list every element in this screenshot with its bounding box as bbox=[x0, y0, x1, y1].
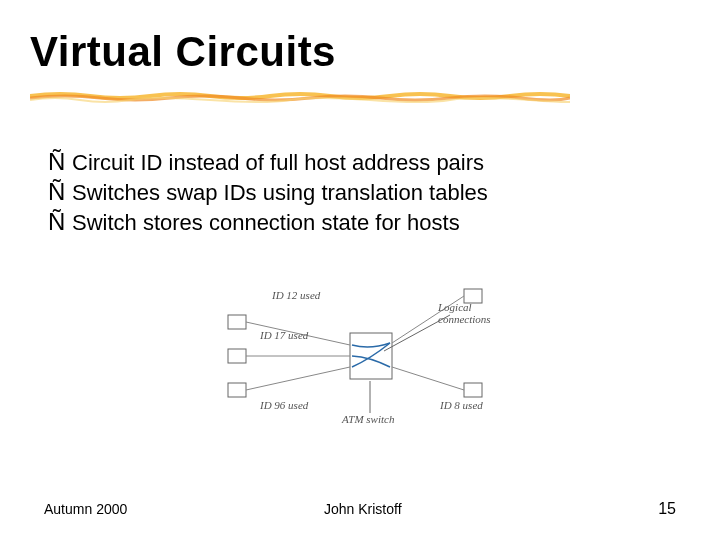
svg-rect-0 bbox=[228, 315, 246, 329]
title-underline bbox=[30, 88, 570, 106]
bullet-list: Ñ Circuit ID instead of full host addres… bbox=[48, 148, 488, 238]
footer: Autumn 2000 John Kristoff 15 bbox=[0, 500, 720, 518]
bullet-text: Switches swap IDs using translation tabl… bbox=[72, 180, 488, 206]
diagram-label: ID 96 used bbox=[260, 399, 308, 411]
bullet-icon: Ñ bbox=[48, 148, 72, 176]
page-title: Virtual Circuits bbox=[30, 28, 336, 76]
title-area: Virtual Circuits bbox=[30, 28, 336, 76]
svg-rect-5 bbox=[464, 383, 482, 397]
diagram-label: Logical connections bbox=[438, 301, 508, 325]
bullet-text: Circuit ID instead of full host address … bbox=[72, 150, 484, 176]
bullet-icon: Ñ bbox=[48, 178, 72, 206]
bullet-text: Switch stores connection state for hosts bbox=[72, 210, 460, 236]
diagram-label: ATM switch bbox=[342, 413, 394, 425]
footer-center: John Kristoff bbox=[324, 501, 402, 517]
svg-rect-1 bbox=[228, 349, 246, 363]
diagram-label: ID 8 used bbox=[440, 399, 483, 411]
footer-left: Autumn 2000 bbox=[44, 501, 127, 517]
bullet-icon: Ñ bbox=[48, 208, 72, 236]
diagram: ID 12 used ID 17 used ID 96 used ID 8 us… bbox=[220, 285, 530, 435]
list-item: Ñ Switches swap IDs using translation ta… bbox=[48, 178, 488, 206]
diagram-label: ID 17 used bbox=[260, 329, 308, 341]
svg-line-10 bbox=[392, 367, 464, 390]
svg-line-8 bbox=[246, 367, 350, 390]
diagram-label: ID 12 used bbox=[272, 289, 320, 301]
page-number: 15 bbox=[658, 500, 676, 518]
list-item: Ñ Switch stores connection state for hos… bbox=[48, 208, 488, 236]
svg-rect-2 bbox=[228, 383, 246, 397]
slide: Virtual Circuits Ñ Circuit ID instead of… bbox=[0, 0, 720, 540]
list-item: Ñ Circuit ID instead of full host addres… bbox=[48, 148, 488, 176]
